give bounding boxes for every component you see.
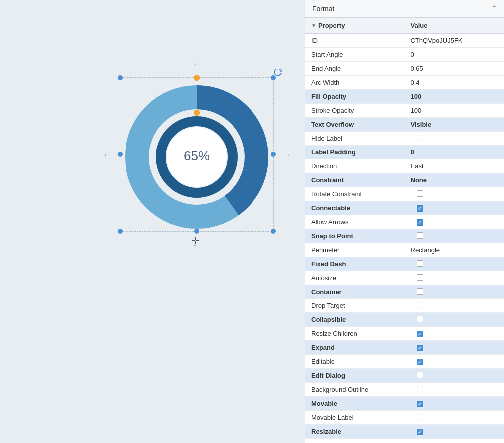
prop-name: Text Overflow bbox=[305, 118, 405, 131]
handle-mr[interactable] bbox=[271, 152, 276, 157]
prop-value: ✓ bbox=[405, 341, 504, 354]
prop-value: ✓ bbox=[405, 355, 504, 368]
prop-name: ID bbox=[305, 34, 405, 47]
checkbox-unchecked[interactable] bbox=[417, 232, 423, 239]
prop-name: Collapsible bbox=[305, 313, 405, 326]
prop-name: Snap to Point bbox=[305, 230, 405, 242]
checkbox-checked[interactable]: ✓ bbox=[417, 331, 423, 337]
table-row[interactable]: Movable Label bbox=[305, 411, 504, 425]
prop-value: CThQVpoJUJ5FK bbox=[405, 34, 504, 47]
prop-name: Fill Opacity bbox=[305, 90, 405, 103]
prop-value: 100 bbox=[405, 104, 504, 117]
prop-value: Visible bbox=[405, 118, 504, 131]
table-row[interactable]: Label Padding0 bbox=[305, 146, 504, 159]
handle-tr[interactable] bbox=[271, 75, 276, 80]
table-row[interactable]: Editable✓ bbox=[305, 355, 504, 369]
prop-value bbox=[405, 286, 504, 298]
panel-title: Format bbox=[312, 5, 334, 13]
table-row[interactable]: Hide Label bbox=[305, 132, 504, 146]
handle-bl[interactable] bbox=[118, 229, 123, 234]
prop-value: ✓ bbox=[405, 216, 504, 228]
table-row[interactable]: Connectable✓ bbox=[305, 201, 504, 215]
table-row[interactable]: Snap to Point bbox=[305, 229, 504, 243]
handle-tl[interactable] bbox=[118, 75, 123, 80]
handle-bc[interactable] bbox=[194, 229, 199, 234]
checkbox-unchecked[interactable] bbox=[417, 274, 423, 281]
rotate-handle[interactable] bbox=[274, 69, 282, 77]
prop-value bbox=[405, 188, 504, 201]
prop-name: Container bbox=[305, 286, 405, 298]
prop-value bbox=[405, 132, 504, 145]
table-row[interactable]: IDCThQVpoJUJ5FK bbox=[305, 34, 504, 48]
prop-name: Resizable bbox=[305, 425, 405, 438]
prop-name: Background Outline bbox=[305, 383, 405, 396]
prop-name: Fixed Dash bbox=[305, 258, 405, 270]
handle-tc[interactable] bbox=[194, 75, 199, 80]
table-row[interactable]: Resizable✓ bbox=[305, 425, 504, 439]
checkbox-unchecked[interactable] bbox=[417, 372, 423, 378]
checkbox-unchecked[interactable] bbox=[417, 386, 423, 392]
right-panel: Format ⌃ ▼ Property Value IDCThQVpoJUJ5F… bbox=[305, 0, 504, 443]
table-row[interactable]: Rotate Constraint bbox=[305, 187, 504, 201]
table-row[interactable]: Resize Children✓ bbox=[305, 327, 504, 341]
prop-value: 100 bbox=[405, 90, 504, 103]
table-row[interactable]: Drop Target bbox=[305, 299, 504, 313]
table-row[interactable]: Edit Dialog bbox=[305, 369, 504, 383]
prop-name: Label Padding bbox=[305, 146, 405, 158]
handle-br[interactable] bbox=[271, 229, 276, 234]
table-row[interactable]: DirectionEast bbox=[305, 159, 504, 173]
prop-name: Hide Label bbox=[305, 132, 405, 145]
checkbox-checked[interactable]: ✓ bbox=[417, 429, 423, 435]
sort-arrow-icon: ▼ bbox=[311, 23, 316, 28]
arrow-right[interactable]: → bbox=[282, 150, 291, 160]
orange-handle-top[interactable] bbox=[194, 75, 200, 81]
table-row[interactable]: Text OverflowVisible bbox=[305, 118, 504, 132]
checkbox-checked[interactable]: ✓ bbox=[417, 205, 423, 212]
prop-value: 0.4 bbox=[405, 76, 504, 89]
prop-value bbox=[405, 272, 504, 285]
prop-value: Rectangle bbox=[405, 244, 504, 256]
checkbox-unchecked[interactable] bbox=[417, 316, 423, 322]
donut-svg: 65% bbox=[125, 85, 269, 229]
prop-name: Expand bbox=[305, 341, 405, 354]
prop-name: Rotate Constraint bbox=[305, 188, 405, 200]
properties-table[interactable]: ▼ Property Value IDCThQVpoJUJ5FKStart An… bbox=[305, 18, 504, 443]
prop-value: 0 bbox=[405, 146, 504, 158]
table-row[interactable]: PerimeterRectangle bbox=[305, 243, 504, 257]
prop-name: Movable Label bbox=[305, 411, 405, 424]
table-row[interactable]: Expand✓ bbox=[305, 341, 504, 355]
checkbox-checked[interactable]: ✓ bbox=[417, 401, 423, 407]
col-property-header[interactable]: ▼ Property bbox=[305, 18, 405, 33]
checkbox-unchecked[interactable] bbox=[417, 302, 423, 308]
prop-value: 0 bbox=[405, 48, 504, 61]
canvas-area[interactable]: ↑ ↓ ← → ✛ 65% bbox=[0, 0, 305, 443]
table-row[interactable]: Allow Arrows✓ bbox=[305, 215, 504, 229]
checkbox-checked[interactable]: ✓ bbox=[417, 345, 423, 351]
table-row[interactable]: Container bbox=[305, 285, 504, 299]
checkbox-unchecked[interactable] bbox=[417, 190, 423, 197]
table-row[interactable]: Start Angle0 bbox=[305, 48, 504, 62]
arrow-left[interactable]: ← bbox=[103, 150, 112, 160]
table-row[interactable]: Autosize bbox=[305, 271, 504, 285]
table-row[interactable]: Fill Opacity100 bbox=[305, 90, 504, 104]
handle-ml[interactable] bbox=[118, 152, 123, 157]
checkbox-checked[interactable]: ✓ bbox=[417, 219, 423, 226]
table-row[interactable]: Collapsible bbox=[305, 313, 504, 327]
donut-chart[interactable]: 65% bbox=[125, 85, 269, 229]
table-row[interactable]: ConstraintNone bbox=[305, 173, 504, 187]
table-row[interactable]: End Angle0.65 bbox=[305, 62, 504, 76]
checkbox-checked[interactable]: ✓ bbox=[417, 359, 423, 365]
table-row[interactable]: Fixed Dash bbox=[305, 257, 504, 271]
arrow-bottom[interactable]: ↓ bbox=[193, 238, 197, 249]
table-row[interactable]: Stroke Opacity100 bbox=[305, 104, 504, 118]
prop-value: ✓ bbox=[405, 202, 504, 214]
arrow-top[interactable]: ↑ bbox=[193, 60, 197, 71]
checkbox-unchecked[interactable] bbox=[417, 288, 423, 295]
panel-close-button[interactable]: ⌃ bbox=[491, 4, 497, 13]
table-row[interactable]: Arc Width0.4 bbox=[305, 76, 504, 90]
checkbox-unchecked[interactable] bbox=[417, 135, 423, 141]
table-row[interactable]: Movable✓ bbox=[305, 397, 504, 411]
checkbox-unchecked[interactable] bbox=[417, 414, 423, 420]
table-row[interactable]: Background Outline bbox=[305, 383, 504, 397]
checkbox-unchecked[interactable] bbox=[417, 260, 423, 267]
